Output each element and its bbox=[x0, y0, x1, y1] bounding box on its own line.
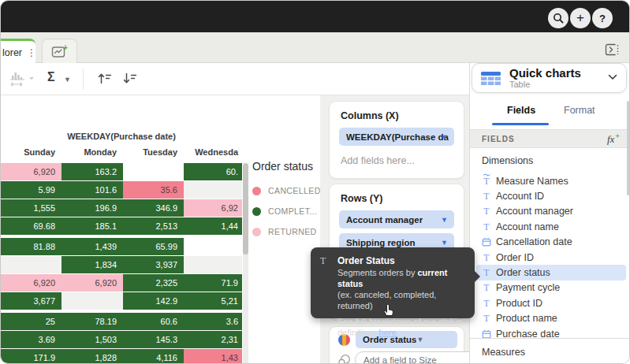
field-pill-label: WEEKDAY(Purchase date) bbox=[346, 132, 449, 142]
chart-type-picker[interactable]: Quick charts Table bbox=[472, 63, 627, 93]
canvas-scrollbar-thumb[interactable] bbox=[243, 163, 248, 254]
new-exploration-tab[interactable]: + bbox=[42, 39, 77, 63]
dimension-item-cancellation-date[interactable]: Cancellation date bbox=[476, 235, 626, 250]
tooltip-body: Segments orders by current status (ex. c… bbox=[337, 267, 467, 311]
heatmap-cell[interactable] bbox=[184, 181, 242, 199]
heatmap-cell[interactable]: 145.3 bbox=[123, 331, 184, 348]
chart-type-button[interactable] bbox=[9, 69, 35, 91]
dimension-item-order-id[interactable]: TOrder ID bbox=[476, 250, 626, 265]
measures-label: Measures bbox=[482, 347, 630, 358]
heatmap-cell[interactable]: 6,920 bbox=[62, 274, 123, 292]
search-icon bbox=[553, 13, 564, 24]
heatmap-cell[interactable]: 1,834 bbox=[62, 256, 123, 273]
panel-scrollbar-thumb[interactable] bbox=[627, 101, 629, 195]
field-pill[interactable]: Account manager▼ bbox=[339, 210, 454, 228]
heatmap-cell[interactable]: 3,937 bbox=[123, 256, 184, 273]
tab-explorer[interactable]: lorer ⋮ bbox=[0, 39, 35, 64]
legend-item[interactable]: RETURNED bbox=[252, 221, 321, 242]
top-app-bar: + ? bbox=[1, 1, 629, 32]
heatmap-cell[interactable]: 1,43 bbox=[184, 349, 242, 364]
heatmap-cell[interactable]: 4,116 bbox=[123, 349, 184, 364]
heatmap-cell[interactable]: 78.19 bbox=[62, 313, 123, 330]
tab-fields[interactable]: Fields bbox=[507, 105, 535, 116]
heatmap-cell[interactable]: 3.6 bbox=[184, 313, 242, 330]
dimension-item-label: Measure Names bbox=[496, 176, 568, 187]
sort-descending-button[interactable] bbox=[122, 72, 137, 88]
collapse-panel-button[interactable] bbox=[602, 42, 623, 58]
heatmap-cell[interactable]: 163.2 bbox=[62, 163, 123, 180]
heatmap-cell[interactable]: 3.69 bbox=[1, 331, 62, 348]
calendar-icon bbox=[479, 329, 494, 338]
heatmap-cell[interactable]: 65.99 bbox=[123, 238, 184, 255]
canvas-scrollbar[interactable] bbox=[243, 163, 248, 364]
heatmap-cell[interactable]: 1,828 bbox=[62, 349, 123, 364]
heatmap-cell[interactable]: 185.1 bbox=[62, 217, 123, 235]
dimension-item-order-status[interactable]: TOrder status bbox=[476, 265, 626, 280]
dimension-item-account-id[interactable]: TAccount ID bbox=[476, 188, 626, 203]
heatmap-cell[interactable]: 171.9 bbox=[1, 349, 62, 364]
heatmap-cell[interactable]: 2,513 bbox=[123, 217, 184, 235]
legend-item[interactable]: COMPLET... bbox=[252, 201, 321, 221]
tab-menu-kebab-icon[interactable]: ⋮ bbox=[27, 49, 36, 57]
add-calculated-field-button[interactable]: fx+ bbox=[607, 132, 620, 146]
heatmap-cell[interactable]: 6,920 bbox=[1, 274, 62, 292]
heatmap-cell[interactable]: 2,325 bbox=[123, 274, 184, 292]
sort-ascending-button[interactable] bbox=[97, 72, 112, 88]
heatmap-cell[interactable]: 1,44 bbox=[184, 217, 242, 235]
heatmap-cell[interactable]: 6,920 bbox=[1, 163, 62, 180]
heatmap-cell[interactable]: 101.6 bbox=[62, 181, 123, 199]
chart-toolbar: Σ ▼ bbox=[1, 63, 469, 95]
sort-descending-icon bbox=[122, 72, 137, 85]
legend-color-dot bbox=[252, 187, 261, 195]
help-button[interactable]: ? bbox=[592, 8, 613, 28]
dimension-item-payment-cycle[interactable]: TPayment cycle bbox=[476, 280, 626, 295]
dimension-item-purchase-date[interactable]: Purchase date bbox=[476, 326, 626, 338]
heatmap-cell[interactable]: 35.6 bbox=[123, 181, 184, 199]
heatmap-cell[interactable]: 3,677 bbox=[1, 292, 62, 310]
size-mark-icon bbox=[337, 354, 352, 364]
heatmap-cell[interactable]: 81.88 bbox=[1, 238, 62, 255]
dimension-item-label: Product ID bbox=[496, 298, 542, 309]
heatmap-cell[interactable]: 60.6 bbox=[123, 313, 184, 330]
column-header: Wednesda bbox=[184, 147, 244, 157]
columns-add-fields-placeholder[interactable]: Add fields here... bbox=[341, 155, 464, 166]
heatmap-cell[interactable]: 5.99 bbox=[1, 181, 62, 199]
heatmap-cell[interactable]: 2,31 bbox=[184, 331, 242, 348]
fields-section-header: FIELDS fx+ bbox=[470, 129, 630, 148]
heatmap-cell[interactable]: 1,439 bbox=[62, 238, 123, 255]
add-button[interactable]: + bbox=[570, 8, 591, 28]
legend-item[interactable]: CANCELLED bbox=[252, 180, 321, 201]
heatmap-cell[interactable] bbox=[123, 163, 184, 180]
dimension-item-measure-names[interactable]: T〜Measure Names bbox=[476, 173, 626, 188]
heatmap-cell[interactable]: 60. bbox=[184, 163, 242, 180]
heatmap-cell[interactable]: 346.9 bbox=[123, 199, 184, 217]
heatmap-cell[interactable]: 71.9 bbox=[184, 274, 242, 292]
search-button[interactable] bbox=[548, 8, 568, 28]
dimension-item-product-name[interactable]: TProduct name bbox=[476, 311, 626, 326]
heatmap-cell[interactable]: 142.9 bbox=[123, 292, 184, 310]
dimension-item-product-id[interactable]: TProduct ID bbox=[476, 295, 626, 310]
dimension-item-account-manager[interactable]: TAccount manager bbox=[476, 204, 626, 219]
definitions-link[interactable]: here bbox=[379, 328, 397, 337]
heatmap-cell[interactable]: 69.68 bbox=[1, 217, 62, 235]
heatmap-cell[interactable] bbox=[184, 256, 242, 273]
field-pill-label: Shipping region bbox=[346, 238, 416, 247]
measures-section-header[interactable]: Measures bbox=[470, 338, 630, 364]
tab-format[interactable]: Format bbox=[564, 105, 595, 116]
table-chart-icon bbox=[480, 70, 501, 87]
heatmap-cell[interactable]: 25 bbox=[1, 313, 62, 330]
column-header: Monday bbox=[62, 147, 123, 157]
legend-item-label: COMPLET... bbox=[268, 206, 317, 216]
heatmap-cell[interactable] bbox=[1, 256, 62, 273]
column-header: Tuesday bbox=[123, 147, 184, 157]
heatmap-cell[interactable] bbox=[62, 292, 123, 310]
heatmap-cell[interactable]: 5,21 bbox=[184, 292, 242, 310]
field-pill[interactable]: WEEKDAY(Purchase date)▼ bbox=[339, 128, 454, 146]
heatmap-cell[interactable]: 196.9 bbox=[62, 199, 123, 217]
dimension-item-account-name[interactable]: TAccount name bbox=[476, 219, 626, 234]
heatmap-cell[interactable]: 6,92 bbox=[184, 199, 242, 217]
heatmap-cell[interactable]: 1,555 bbox=[1, 199, 62, 217]
heatmap-cell[interactable]: 1,503 bbox=[62, 331, 123, 348]
heatmap-cell[interactable] bbox=[184, 238, 242, 255]
sigma-icon: Σ bbox=[47, 70, 55, 84]
